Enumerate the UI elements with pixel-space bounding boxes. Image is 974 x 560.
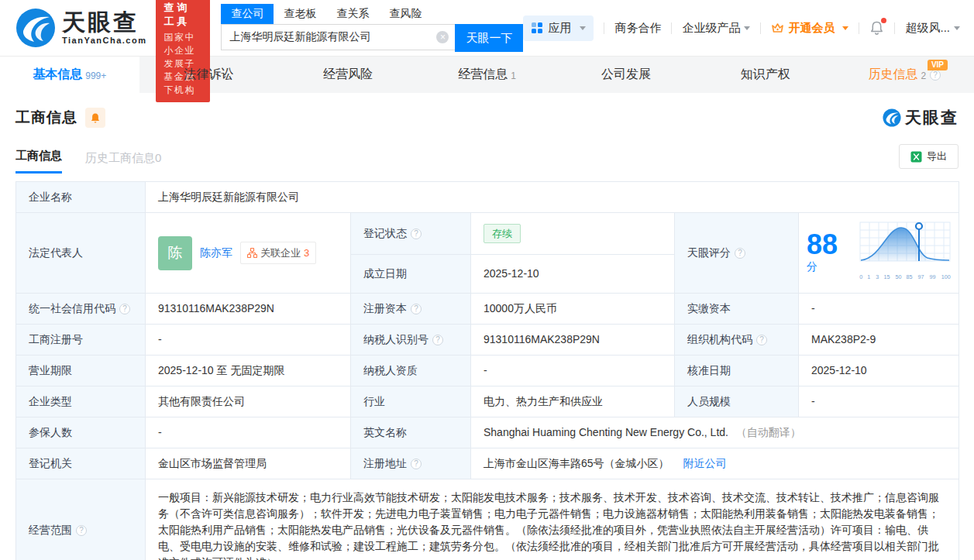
apps-grid-icon [531, 22, 543, 34]
help-icon[interactable] [756, 335, 767, 345]
business-scope-value: 一般项目：新兴能源技术研发；电力行业高效节能技术研发；太阳能发电技术服务；技术服… [146, 479, 959, 560]
chevron-down-icon [954, 26, 960, 30]
company-name-value: 上海华明辰廷新能源有限公司 [146, 182, 959, 213]
nav-cooperation[interactable]: 商务合作 [614, 21, 661, 36]
subtab-history-registration[interactable]: 历史工商信息0 [85, 151, 161, 173]
table-row: 企业类型 其他有限责任公司 行业 电力、热力生产和供应业 人员规模 - [16, 387, 959, 417]
brand-name: 天眼查 [62, 11, 146, 34]
field-label: 企业名称 [16, 182, 146, 213]
divider [894, 22, 895, 34]
staff-size-value: - [799, 387, 959, 417]
field-label: 人员规模 [675, 387, 799, 417]
field-label: 行业 [351, 387, 471, 417]
search-input[interactable] [221, 24, 455, 50]
nav-open-vip[interactable]: 开通会员 [771, 21, 848, 36]
divider [859, 22, 859, 34]
table-row: 法定代表人 陈 陈亦军 关联企业 3 [16, 213, 959, 255]
business-info-table: 企业名称 上海华明辰廷新能源有限公司 法定代表人 陈 陈亦军 关 [15, 181, 959, 560]
field-label: 登记机关 [16, 448, 146, 479]
subtab-business-registration[interactable]: 工商信息 [15, 149, 62, 173]
tab-label: 历史信息 [868, 67, 917, 83]
avatar[interactable]: 陈 [158, 236, 192, 270]
tab-operating-risk[interactable]: 经营风险 [278, 57, 418, 93]
related-companies-label: 关联企业 [260, 245, 301, 261]
score-chart: 013 155085 9799100 [859, 221, 951, 285]
related-companies-badge[interactable]: 关联企业 3 [240, 242, 316, 264]
nearby-companies-link[interactable]: 附近公司 [683, 457, 726, 469]
chevron-down-icon [744, 26, 750, 30]
tab-label: 知识产权 [741, 67, 790, 83]
brand-domain: TianYanCha.com [62, 36, 146, 45]
reg-status-value: 存续 [471, 213, 675, 255]
tab-label: 经营风险 [323, 67, 373, 83]
nav-apps[interactable]: 应用 [523, 15, 594, 41]
status-badge: 存续 [484, 224, 521, 243]
table-row: 经营范围 一般项目：新兴能源技术研发；电力行业高效节能技术研发；太阳能发电技术服… [16, 479, 959, 560]
insured-num-value: - [146, 417, 351, 448]
company-section-tabs: 基本信息 999+ 法律诉讼 经营风险 经营信息 1 公司发展 知识产权 历史信… [0, 56, 974, 93]
score-value: 88 [807, 228, 838, 260]
help-icon[interactable] [76, 525, 87, 536]
establish-date-value: 2025-12-10 [471, 255, 675, 294]
crown-icon [771, 22, 784, 34]
help-icon[interactable] [930, 70, 941, 81]
registry-value: 金山区市场监督管理局 [146, 448, 351, 479]
taxpayer-no-value: 91310116MAK238P29N [471, 325, 675, 356]
tab-company-development[interactable]: 公司发展 [556, 57, 696, 93]
field-label: 注册资本 [351, 294, 471, 325]
monitor-bell-button[interactable] [85, 108, 105, 128]
related-companies-count: 3 [304, 245, 309, 261]
help-icon[interactable] [411, 304, 422, 314]
english-name-text: Shanghai Huaming Chenting New Energy Co.… [484, 426, 728, 438]
tab-basic-info[interactable]: 基本信息 999+ [0, 57, 139, 93]
nav-cooperation-label: 商务合作 [614, 21, 661, 36]
field-label: 统一社会信用代码 [16, 294, 146, 325]
tab-legal-proceedings[interactable]: 法律诉讼 [139, 57, 279, 93]
field-label: 经营范围 [16, 479, 146, 560]
tab-history-info[interactable]: 历史信息 2 VIP [835, 57, 974, 93]
help-icon[interactable] [735, 248, 745, 259]
nav-enterprise[interactable]: 企业级产品 [682, 21, 750, 36]
taxpayer-quality-value: - [471, 356, 675, 387]
search-tabs: 查公司 查老板 查关系 查风险 [221, 4, 523, 24]
help-icon[interactable] [432, 335, 443, 345]
field-label: 纳税人资质 [351, 356, 471, 387]
legal-rep-cell: 陈 陈亦军 关联企业 3 [146, 213, 351, 294]
notification-dot [881, 18, 886, 23]
search-tab-relation[interactable]: 查关系 [326, 4, 379, 24]
tab-label: 法律诉讼 [184, 67, 233, 83]
english-name-value: Shanghai Huaming Chenting New Energy Co.… [471, 417, 959, 448]
score-value-group: 88分 [807, 231, 848, 275]
export-label: 导出 [927, 149, 947, 163]
bell-icon [90, 112, 101, 124]
nav-enterprise-label: 企业级产品 [682, 21, 740, 36]
org-code-value: MAK238P2-9 [799, 325, 959, 356]
promo-line1: 都在用的商业查询工具 [163, 0, 202, 29]
nav-super-risk[interactable]: 超级风... [905, 21, 960, 36]
search-tab-boss[interactable]: 查老板 [274, 4, 326, 24]
help-icon[interactable] [119, 304, 130, 314]
field-label: 法定代表人 [16, 213, 146, 294]
table-row: 参保人数 - 英文名称 Shanghai Huaming Chenting Ne… [16, 417, 959, 448]
search-button[interactable]: 天眼一下 [455, 24, 523, 52]
site-header: 天眼查 TianYanCha.com 都在用的商业查询工具 国家中小企业发展子基… [0, 0, 974, 56]
chevron-down-icon [580, 26, 586, 30]
export-button[interactable]: 导出 [899, 144, 959, 169]
divider [604, 22, 604, 34]
divider [760, 22, 761, 34]
help-icon[interactable] [411, 459, 422, 469]
field-label: 纳税人识别号 [351, 325, 471, 356]
search-tab-company[interactable]: 查公司 [221, 4, 274, 24]
address-text: 上海市金山区海丰路65号（金城小区） [484, 457, 669, 469]
tab-intellectual-property[interactable]: 知识产权 [696, 57, 835, 93]
tianyancha-logo[interactable]: 天眼查 TianYanCha.com [15, 8, 146, 48]
tab-label: 公司发展 [601, 67, 651, 83]
search-tab-risk[interactable]: 查风险 [379, 4, 432, 24]
help-icon[interactable] [411, 228, 422, 239]
field-label: 登记状态 [351, 213, 471, 255]
notification-bell[interactable] [869, 20, 884, 36]
legal-rep-link[interactable]: 陈亦军 [200, 245, 232, 261]
field-label: 核准日期 [675, 356, 799, 387]
tab-business-info[interactable]: 经营信息 1 [418, 57, 557, 93]
tab-label: 经营信息 [458, 67, 508, 83]
